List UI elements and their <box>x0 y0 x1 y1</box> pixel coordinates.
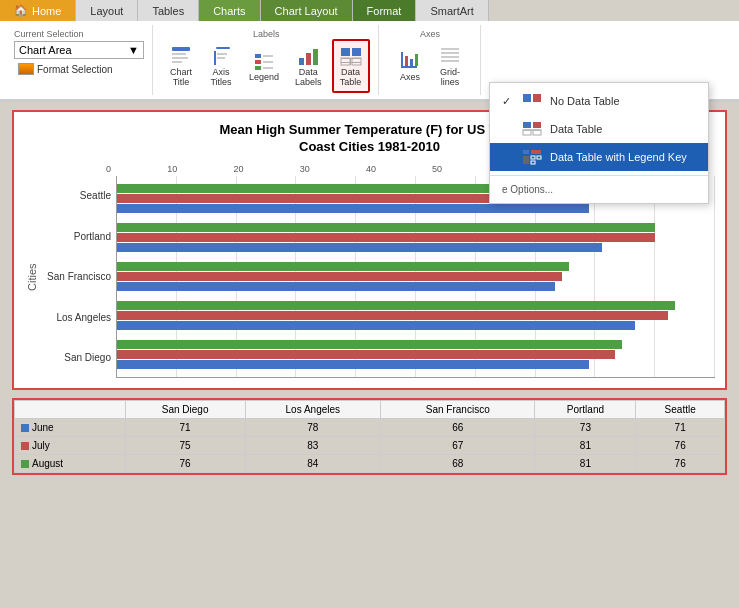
gridlines-button[interactable]: Grid-lines <box>432 40 468 92</box>
table-row-august: August 76 84 68 81 76 <box>15 454 725 472</box>
svg-rect-15 <box>306 53 311 65</box>
sd-june-bar <box>117 360 589 369</box>
svg-rect-46 <box>537 156 541 159</box>
data-labels-button[interactable]: DataLabels <box>289 40 328 92</box>
legend-icon <box>252 49 276 73</box>
bars-area <box>116 176 715 378</box>
data-labels-label: DataLabels <box>295 68 322 88</box>
no-data-table-label: No Data Table <box>550 95 620 107</box>
chart-title-line1: Mean High Summer Temperature (F) for US … <box>219 122 519 137</box>
x-tick-50: 50 <box>432 164 442 174</box>
svg-rect-4 <box>216 47 230 49</box>
svg-rect-30 <box>415 54 418 66</box>
gridlines-icon <box>438 44 462 68</box>
table-cell-june-sd: 71 <box>125 418 245 436</box>
table-header-losangeles: Los Angeles <box>245 400 381 418</box>
axes-group-label: Axes <box>420 29 440 39</box>
format-selection-button[interactable]: Format Selection <box>14 61 117 77</box>
axes-icon <box>398 49 422 73</box>
data-table-button[interactable]: DataTable <box>332 39 370 93</box>
svg-rect-8 <box>255 54 261 58</box>
svg-rect-9 <box>255 60 261 64</box>
table-cell-june-la: 78 <box>245 418 381 436</box>
no-data-table-check: ✓ <box>502 95 514 108</box>
svg-rect-0 <box>172 47 190 51</box>
svg-rect-28 <box>405 56 408 66</box>
table-row-july: July 75 83 67 81 76 <box>15 436 725 454</box>
table-cell-august-label: August <box>15 454 126 472</box>
svg-rect-16 <box>313 49 318 65</box>
axes-label: Axes <box>400 73 420 83</box>
chart-title-label: ChartTitle <box>170 68 192 88</box>
chart-title-button[interactable]: ChartTitle <box>163 40 199 92</box>
svg-rect-20 <box>352 48 361 56</box>
legend-button[interactable]: Legend <box>243 45 285 87</box>
table-cell-june-portland: 73 <box>535 418 636 436</box>
ribbon-tab-bar: 🏠 Home Layout Tables Charts Chart Layout… <box>0 0 739 21</box>
la-bars <box>117 297 715 336</box>
tab-format[interactable]: Format <box>353 0 417 21</box>
tab-smartart-label: SmartArt <box>430 5 473 17</box>
table-cell-july-portland: 81 <box>535 436 636 454</box>
data-table-icon <box>339 44 363 68</box>
tab-layout[interactable]: Layout <box>76 0 138 21</box>
portland-bars <box>117 219 715 258</box>
la-august-bar <box>117 301 675 310</box>
axes-group: Axes Axes Grid-lines <box>381 25 481 95</box>
x-tick-10: 10 <box>167 164 177 174</box>
labels-group-label: Labels <box>253 29 280 39</box>
x-tick-30: 30 <box>300 164 310 174</box>
tab-smartart[interactable]: SmartArt <box>416 0 488 21</box>
more-options-link[interactable]: e Options... <box>490 180 708 199</box>
svg-rect-18 <box>307 50 310 52</box>
data-labels-icon <box>296 44 320 68</box>
legend-label: Legend <box>249 73 279 83</box>
city-label-sf: San Francisco <box>40 271 111 282</box>
tab-chart-layout-label: Chart Layout <box>275 5 338 17</box>
table-cell-july-label: July <box>15 436 126 454</box>
svg-rect-45 <box>531 156 535 159</box>
x-tick-20: 20 <box>233 164 243 174</box>
table-header-empty <box>15 400 126 418</box>
tab-charts-label: Charts <box>213 5 245 17</box>
tab-charts[interactable]: Charts <box>199 0 260 21</box>
svg-rect-29 <box>410 59 413 66</box>
data-table-option[interactable]: Data Table <box>490 115 708 143</box>
svg-rect-35 <box>523 94 531 102</box>
svg-rect-12 <box>263 61 273 63</box>
tab-tables[interactable]: Tables <box>138 0 199 21</box>
table-cell-august-portland: 81 <box>535 454 636 472</box>
chart-area-dropdown[interactable]: Chart Area ▼ <box>14 41 144 59</box>
city-label-la: Los Angeles <box>40 312 111 323</box>
axis-titles-icon <box>209 44 233 68</box>
svg-rect-7 <box>217 57 225 59</box>
data-table-legend-icon <box>522 149 542 165</box>
chart-title-line2: Coast Cities 1981-2010 <box>299 139 440 154</box>
svg-rect-21 <box>341 58 350 65</box>
svg-rect-1 <box>172 53 186 55</box>
svg-rect-39 <box>523 130 531 135</box>
table-row-june: June 71 78 66 73 71 <box>15 418 725 436</box>
city-label-sd: San Diego <box>40 352 111 363</box>
svg-rect-10 <box>255 66 261 70</box>
svg-rect-43 <box>531 150 541 154</box>
tab-home[interactable]: 🏠 Home <box>0 0 76 21</box>
data-table-legend-option[interactable]: Data Table with Legend Key <box>490 143 708 171</box>
svg-rect-17 <box>300 55 303 57</box>
table-header-sandiego: San Diego <box>125 400 245 418</box>
gridlines-label: Grid-lines <box>440 68 460 88</box>
august-legend-dot <box>21 460 29 468</box>
svg-rect-3 <box>172 61 182 63</box>
chart-area-value: Chart Area <box>19 44 128 56</box>
table-cell-july-seattle: 76 <box>636 436 725 454</box>
labels-buttons: ChartTitle AxisTitles Legend <box>163 39 370 93</box>
current-selection-group-label: Current Selection <box>14 29 84 39</box>
no-data-table-option[interactable]: ✓ No Data Table <box>490 87 708 115</box>
axes-button[interactable]: Axes <box>392 45 428 87</box>
home-icon: 🏠 <box>14 4 28 17</box>
tab-layout-label: Layout <box>90 5 123 17</box>
tab-chart-layout[interactable]: Chart Layout <box>261 0 353 21</box>
x-tick-40: 40 <box>366 164 376 174</box>
portland-june-bar <box>117 243 602 252</box>
axis-titles-button[interactable]: AxisTitles <box>203 40 239 92</box>
